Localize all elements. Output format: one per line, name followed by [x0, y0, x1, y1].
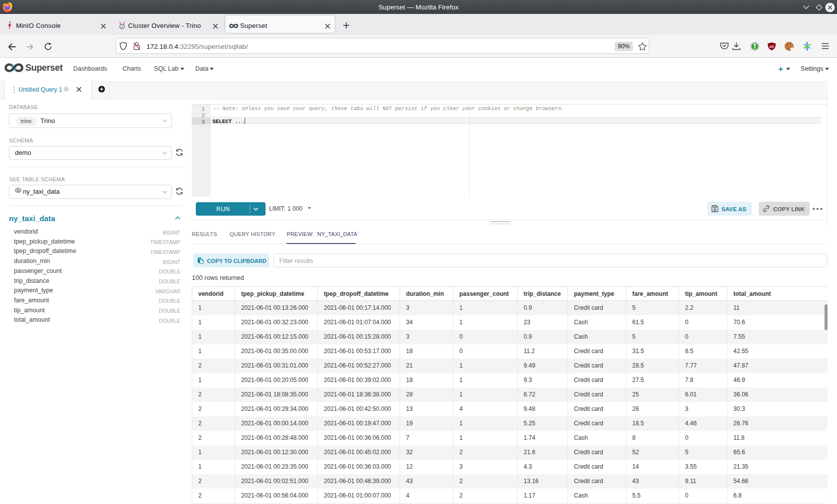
- svg-text:uO: uO: [769, 45, 774, 48]
